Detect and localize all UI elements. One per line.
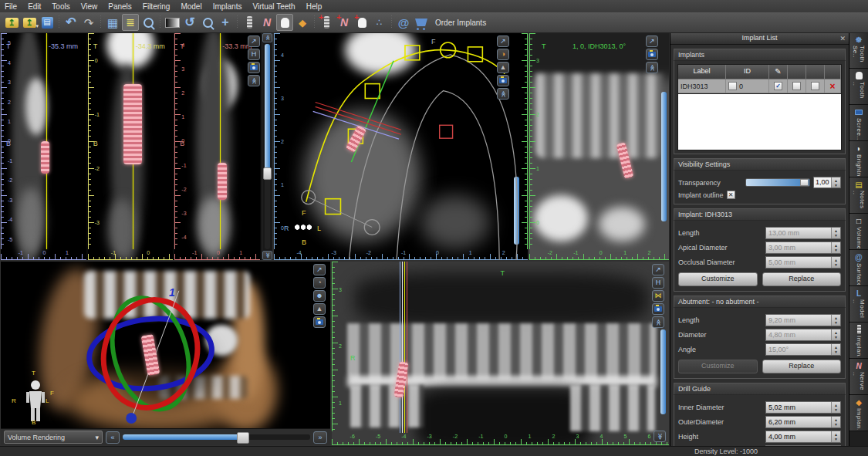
transparency-spinbox[interactable]: 1,00 ▲▼	[813, 177, 841, 188]
panoramic-viewport[interactable]: 321 -6-5-4-3-2-10123456 T R ↗ H ⋈ ≪ ≫	[331, 261, 670, 446]
open-file-icon[interactable]: ↥	[3, 14, 20, 31]
visible-checkbox[interactable]	[774, 82, 782, 90]
separator[interactable]	[98, 14, 103, 31]
close-icon[interactable]: ✕	[839, 33, 846, 45]
rendering-mode-select[interactable]: Volume Rendering▾	[4, 431, 103, 444]
reset-view-icon[interactable]: ↺	[181, 14, 198, 31]
customize-button[interactable]: Customize	[678, 272, 758, 286]
spinner-arrows[interactable]: ▲▼	[831, 431, 840, 442]
transparency-slider[interactable]	[745, 178, 811, 187]
expand-viewport-button[interactable]: ↗	[652, 264, 664, 275]
tab-tooth[interactable]: Tooth ..	[849, 69, 868, 105]
tab-brightness[interactable]: ◗ Brightne..	[849, 141, 868, 177]
contrast-icon[interactable]	[164, 14, 181, 31]
expand-viewport-button[interactable]: ↗	[646, 35, 658, 47]
tab-implants[interactable]: Implan..	[849, 323, 868, 359]
value-spinbox[interactable]: 5,00 mm ▲▼	[765, 256, 841, 269]
spinner-arrows[interactable]: ▲▼	[831, 177, 840, 187]
collapse-button[interactable]: ≪	[652, 316, 664, 328]
axial-planning-viewport[interactable]: 43210 -4-3-2-1012 F F R L B ↗ ◑ ▲ ≪	[273, 32, 529, 261]
scroll-down-button[interactable]: ≫	[654, 431, 666, 442]
undo-icon[interactable]: ↶	[62, 14, 79, 31]
replace-button[interactable]: Replace	[762, 360, 842, 373]
tab-nerves[interactable]: N Nerve ..	[849, 359, 868, 395]
slice-indicator-yellow[interactable]	[404, 262, 405, 433]
open-recent-icon[interactable]: ↥	[21, 14, 38, 31]
spinner-arrows[interactable]: ▲▼	[831, 257, 840, 268]
slider-handle[interactable]	[800, 179, 809, 186]
expand-viewport-button[interactable]: ↗	[497, 35, 509, 47]
implant-slice1[interactable]	[41, 141, 49, 174]
drill-checkbox[interactable]	[811, 82, 819, 90]
column-header-id[interactable]: ID	[726, 65, 769, 79]
tab-tooth-setup[interactable]: ☸ Tooth Se..	[849, 32, 868, 69]
zoom-mode-icon[interactable]	[199, 14, 216, 31]
volume-3d-viewport[interactable]: 1 T R F L B ↗ ◔ ☻ ▲ V	[0, 261, 331, 446]
add-tooth-icon[interactable]	[353, 14, 370, 31]
menu-item[interactable]: Virtual Teeth	[252, 2, 295, 11]
slider-right-button[interactable]: »	[313, 431, 327, 444]
tangential-scrollbar[interactable]	[661, 92, 667, 221]
table-row-drill[interactable]	[806, 79, 825, 93]
value-spinbox[interactable]: 4,00 mm ▲▼	[765, 431, 841, 443]
table-row-abutment[interactable]	[788, 79, 806, 93]
implant-slice2[interactable]	[123, 84, 142, 164]
tab-volume[interactable]: □ Volume..	[849, 214, 868, 250]
save-icon[interactable]: ▤	[39, 14, 56, 31]
add-implant-icon[interactable]	[318, 14, 335, 31]
scroll-down-button[interactable]: ≫	[262, 251, 272, 260]
rotation-gizmo[interactable]	[1, 262, 330, 429]
separator[interactable]	[235, 14, 240, 31]
separator[interactable]	[56, 14, 62, 31]
pano-scrollbar[interactable]	[660, 329, 666, 414]
separator[interactable]	[389, 14, 394, 31]
tab-implant-order[interactable]: ◆ Implan..	[849, 395, 868, 431]
spinner-arrows[interactable]: ▲▼	[831, 228, 840, 238]
table-row-delete[interactable]: ×	[825, 79, 841, 93]
expand-viewport-button[interactable]: ↗	[313, 264, 326, 275]
redo-icon[interactable]: ↷	[80, 14, 97, 31]
panel-title-bar[interactable]: Implant List ✕	[670, 32, 849, 45]
collapse-button[interactable]: ≪	[646, 62, 658, 73]
id-checkbox[interactable]	[728, 82, 737, 90]
spinner-arrows[interactable]: ▲▼	[831, 242, 840, 253]
value-spinbox[interactable]: 15,00° ▲▼	[765, 343, 841, 356]
table-row-label[interactable]: IDH3013	[678, 79, 726, 93]
replace-button[interactable]: Replace	[762, 272, 842, 286]
pan-icon[interactable]: +	[217, 14, 234, 31]
scrollbar-track[interactable]	[265, 44, 270, 249]
protractor-button[interactable]: ◔	[313, 277, 326, 289]
density-profile-button[interactable]: ▲	[497, 62, 509, 73]
measure-points-icon[interactable]: ∴	[371, 14, 388, 31]
slice-view-2[interactable]: 0-1-2-3 T B -34.3 mm -10	[88, 33, 175, 260]
spinner-arrows[interactable]: ▲▼	[831, 344, 840, 355]
slice-indicator-white[interactable]	[402, 262, 403, 433]
order-implants-icon[interactable]	[413, 14, 430, 31]
spinner-arrows[interactable]: ▲▼	[831, 417, 840, 427]
implant-slice3[interactable]	[218, 163, 227, 200]
screenshot-button[interactable]	[313, 316, 326, 328]
tangential-viewport[interactable]: 3210 -2-1012 T 1, 0, IDH3013, 0° ↗ ≪	[529, 32, 670, 261]
table-row-id[interactable]: 0	[726, 79, 769, 93]
spinner-arrows[interactable]: ▲▼	[831, 402, 840, 413]
value-spinbox[interactable]: 3,00 mm ▲▼	[765, 242, 841, 254]
menu-item[interactable]: Tools	[52, 2, 69, 11]
screenshot-button[interactable]	[497, 75, 509, 86]
delete-icon[interactable]: ×	[827, 81, 838, 92]
tab-models[interactable]: L Model ..	[849, 286, 868, 323]
value-spinbox[interactable]: 13,00 mm ▲▼	[765, 227, 841, 239]
menu-item[interactable]: File	[5, 2, 17, 11]
menu-item[interactable]: Help	[306, 2, 323, 11]
screenshot-button[interactable]	[652, 303, 664, 315]
slice-view-1[interactable]: 543210-1-2-3-4-5 T B -35.3 mm -101	[1, 33, 88, 260]
abutment-checkbox[interactable]	[792, 82, 801, 90]
tab-screenshots[interactable]: Scree..	[849, 105, 868, 141]
slider-left-button[interactable]: «	[106, 431, 120, 444]
column-header-label[interactable]: Label	[678, 65, 726, 79]
slider-handle[interactable]	[237, 432, 249, 444]
slices-scrollbar[interactable]: ≪ ≫	[262, 33, 272, 260]
implant-outline-checkbox[interactable]	[727, 191, 735, 199]
layout-grid-icon[interactable]: ▦	[104, 14, 121, 31]
collapse-button[interactable]: ≪	[497, 88, 509, 100]
collapse-button[interactable]: ≪	[248, 75, 260, 86]
